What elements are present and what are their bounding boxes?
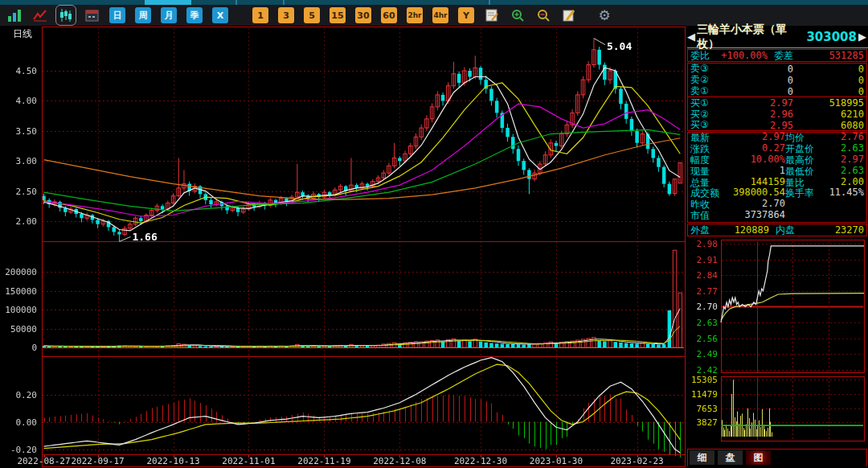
date-axis-label: 2022-12-08 [366, 456, 433, 466]
order-book: 卖③00卖②00卖①00买①2.97518995买②2.966210买③2.95… [687, 63, 867, 131]
interval-button-5[interactable]: 5 [304, 7, 320, 23]
price-axis-label: 3.50 [0, 126, 37, 137]
tab-图[interactable]: 图 [746, 450, 771, 465]
macd-axis-label: 0.00 [0, 417, 37, 428]
calendar-icon[interactable] [84, 7, 100, 23]
weibi-row: 委比 +100.00% 委差 531285 [687, 49, 867, 62]
interval-button-1[interactable]: 1 [252, 7, 268, 23]
prev-stock-arrow-icon[interactable]: ◀ [687, 26, 697, 47]
weibi-value: +100.00% [710, 50, 768, 61]
settings-gear-icon[interactable]: ⚙ [596, 7, 612, 23]
macd-axis-label: 0.20 [0, 390, 37, 400]
intraday-price-label: 2.98 [687, 239, 718, 249]
edit-icon[interactable] [561, 7, 577, 23]
period-button-月[interactable]: 月 [161, 7, 177, 23]
intraday-volume-label: 11479 [687, 389, 718, 400]
intraday-price-label: 2.42 [687, 365, 718, 376]
price-annotation: 5.04 [607, 40, 632, 52]
interval-button-4hr[interactable]: 4hr [432, 7, 448, 23]
quote-panel: ◀ 三輪羊小本票（單枚） 303008 ▶ 委比 +100.00% 委差 531… [687, 26, 868, 468]
panel-tabs: 细盘图 [687, 449, 867, 466]
waipan-row: 外盘 120889 内盘 23270 [687, 224, 867, 236]
stock-name: 三輪羊小本票（單枚） [697, 23, 806, 51]
intraday-price-label: 2.56 [687, 334, 718, 344]
date-axis-label: 2022-11-19 [290, 456, 358, 466]
interval-button-30[interactable]: 30 [355, 7, 371, 23]
order-book-row: 买③2.956080 [688, 120, 866, 131]
volume-axis-label: 150000 [0, 286, 37, 297]
price-axis-label: 4.00 [0, 96, 37, 106]
waipan-value: 120889 [710, 224, 769, 236]
weicha-value: 531285 [793, 50, 864, 61]
interval-button-2hr[interactable]: 2hr [407, 7, 423, 23]
volume-axis-label: 100000 [0, 305, 37, 315]
tab-盘[interactable]: 盘 [718, 450, 743, 465]
tab-细[interactable]: 细 [690, 450, 714, 465]
volume-axis-label: 0 [0, 343, 37, 353]
date-axis-label: 2023-02-23 [604, 456, 671, 466]
line-chart-icon[interactable] [32, 7, 48, 23]
date-axis-label: 2022-12-30 [447, 456, 514, 466]
order-book-row: 卖③00 [688, 64, 866, 75]
period-button-季[interactable]: 季 [186, 7, 203, 23]
period-button-日[interactable]: 日 [109, 7, 125, 23]
period-button-周[interactable]: 周 [135, 7, 151, 23]
neipan-value: 23270 [795, 224, 864, 236]
date-axis-label: 2022-09-17 [64, 456, 132, 466]
price-axis-label: 4.50 [0, 66, 37, 76]
candlestick-icon[interactable] [58, 7, 74, 23]
volume-bars-icon[interactable] [6, 7, 23, 23]
order-book-row: 卖①00 [688, 86, 866, 97]
volume-axis-label: 50000 [0, 324, 37, 335]
intraday-volume-label: 3827 [687, 417, 718, 428]
price-annotation: 1.66 [132, 231, 157, 243]
stock-code: 303008 [806, 30, 858, 44]
weicha-label: 委差 [774, 49, 793, 63]
price-axis-label: 2.00 [0, 216, 37, 227]
weibi-label: 委比 [690, 49, 710, 63]
interval-button-15[interactable]: 15 [330, 7, 346, 23]
period-button-X[interactable]: X [212, 7, 228, 23]
order-book-row: 买②2.966210 [688, 109, 866, 120]
interval-button-3[interactable]: 3 [278, 7, 294, 23]
intraday-price-label: 2.70 [687, 302, 718, 312]
interval-button-Y[interactable]: Y [458, 7, 474, 23]
intraday-volume-label: 15305 [687, 375, 718, 385]
macd-axis-label: -0.20 [0, 445, 37, 455]
order-book-row: 买①2.97518995 [688, 97, 866, 109]
waipan-label: 外盘 [690, 224, 710, 237]
price-axis-label: 2.50 [0, 187, 37, 197]
quote-header: ◀ 三輪羊小本票（單枚） 303008 ▶ [687, 26, 868, 48]
chart-region: 日线 4.504.003.503.002.502.002000001500001… [0, 26, 687, 468]
intraday-mini-chart: 2.982.912.842.772.702.632.562.492.421530… [687, 237, 868, 448]
price-axis-label: 3.00 [0, 156, 37, 166]
period-label: 日线 [13, 27, 32, 41]
intraday-price-label: 2.63 [687, 318, 718, 328]
trading-app-window: 日周月季X1351530602hr4hrY⚙ 日线 4.504.003.503.… [0, 0, 868, 468]
intraday-price-label: 2.91 [687, 255, 718, 265]
neipan-label: 内盘 [776, 224, 795, 237]
notes-icon[interactable] [484, 7, 500, 23]
interval-button-60[interactable]: 60 [381, 7, 397, 23]
date-axis-label: 2023-01-30 [522, 456, 590, 466]
intraday-price-label: 2.84 [687, 270, 718, 281]
zoom-out-icon[interactable] [535, 7, 551, 23]
intraday-price-label: 2.49 [687, 349, 718, 359]
date-axis-label: 2022-11-01 [215, 456, 282, 466]
next-stock-arrow-icon[interactable]: ▶ [858, 26, 868, 47]
volume-axis-label: 200000 [0, 267, 37, 277]
zoom-in-icon[interactable] [510, 7, 526, 23]
order-book-row: 卖②00 [688, 75, 866, 86]
quote-details: 最新2.97均价2.76涨跌0.27开盘价2.63幅度10.00%最高价2.97… [687, 132, 867, 223]
quote-row: 市值3737864 [688, 211, 866, 222]
date-axis-label: 2022-10-13 [140, 456, 207, 466]
intraday-volume-label: 7653 [687, 404, 718, 414]
main-chart-canvas[interactable] [0, 26, 687, 468]
intraday-price-label: 2.77 [687, 286, 718, 297]
